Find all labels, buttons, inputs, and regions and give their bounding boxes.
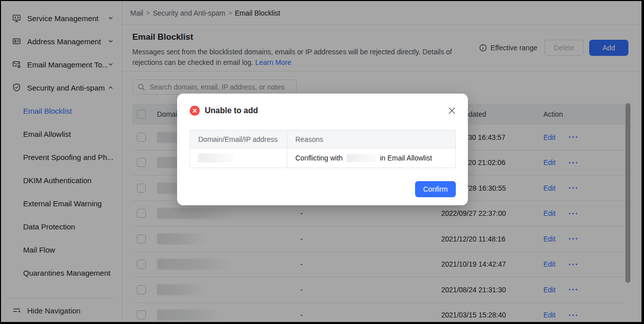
dialog-title: Unable to add (205, 106, 258, 115)
app-window: Service Management Address Management Em (1, 1, 641, 322)
reason-suffix: in Email Allowlist (380, 154, 432, 162)
error-icon (190, 106, 200, 116)
close-icon[interactable] (447, 106, 457, 116)
dialog-table-row: Conflicting with in Email Allowlist (190, 148, 455, 168)
redacted-address (198, 153, 233, 163)
dialog-table: Domain/Email/IP address Reasons Conflict… (190, 130, 456, 168)
unable-to-add-dialog: Unable to add Domain/Email/IP address Re… (177, 94, 468, 205)
redacted-conflict-entry (347, 154, 376, 162)
dialog-column-reasons: Reasons (287, 130, 455, 148)
dialog-column-address: Domain/Email/IP address (190, 130, 287, 148)
confirm-button[interactable]: Confirm (415, 181, 456, 197)
reason-prefix: Conflicting with (295, 154, 343, 162)
